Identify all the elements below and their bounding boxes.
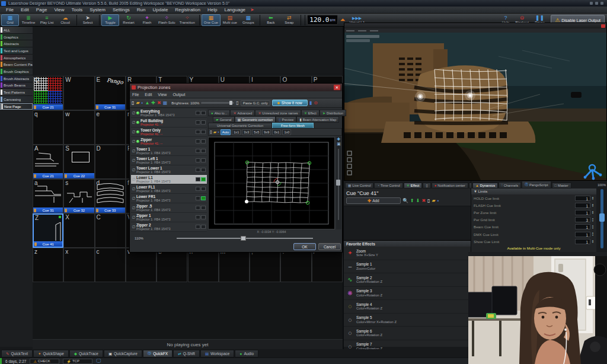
quick-tab-quickshape[interactable]: ✦QuickShape (33, 350, 69, 357)
dialog-title-bar[interactable]: Projection zones ✕ (130, 84, 342, 91)
viz-3d-scene[interactable] (344, 33, 606, 180)
zone-output-toggles[interactable] (196, 158, 206, 162)
mesh-btn-3x3[interactable]: 3x3 (242, 129, 251, 135)
toolbar-swap-button[interactable]: ⇄Swap (280, 14, 298, 26)
ok-button[interactable]: OK (293, 243, 316, 250)
zone-row-zipper[interactable]: ∅ZipperProjector 41: -- (131, 137, 207, 146)
quick-tab-quicktext[interactable]: ✎QuickText (1, 350, 33, 357)
move-down-icon[interactable]: ⬇ (416, 198, 420, 204)
limit-spinner[interactable]: 3▲▼ (575, 217, 594, 222)
favorite-effect-sample-2[interactable]: ∿Sample 2Color+Rotation Z (344, 273, 471, 287)
dialog-menu-file[interactable]: File (132, 92, 139, 97)
mesh-btn-0x1[interactable]: 0x1 (272, 129, 281, 135)
zone-output-toggles[interactable] (196, 177, 206, 181)
sidebar-item-brush-graphics[interactable]: Brush Graphics (0, 68, 33, 75)
mesh-add-icon[interactable]: ✚ (336, 137, 341, 142)
toolbar-restart-button[interactable]: ↻Restart (120, 14, 138, 26)
mesh-vertical-slider[interactable]: ✚ ▣ (336, 137, 341, 229)
cue-cell-C[interactable]: C (95, 213, 126, 248)
zone-mute-icon[interactable]: ∅ (131, 130, 136, 135)
favorite-effect-sample-1[interactable]: –Sample 1Zoom+Color (344, 260, 471, 274)
save-effect-icon[interactable]: ▪ (437, 198, 439, 204)
limit-spinner[interactable]: 1▲▼ (575, 239, 594, 244)
projector-icon[interactable]: ▮ (309, 100, 312, 106)
cue-cell-s[interactable]: Cue 32s (63, 179, 94, 213)
up-triangle-icon[interactable]: ▲ (145, 100, 149, 106)
sidebar-item-text-and-logos[interactable]: Text and Logos (0, 47, 33, 55)
fx-tab-live-control[interactable]: ▦Live Control (345, 183, 373, 189)
dyn-tab-dynamics[interactable]: ▲Dynamics (472, 183, 498, 189)
toolbar-transition-button[interactable]: ⁘Transition (178, 14, 197, 26)
favorite-effect-sample-6[interactable]: ◌Sample 6Color+Rotation Z (344, 327, 471, 340)
cue-cell-A[interactable]: Cue 21A (33, 145, 63, 179)
zone-output-toggles[interactable] (196, 206, 206, 210)
cue-cell-n[interactable]: n (188, 248, 219, 282)
limit-spinner[interactable]: 1▲▼ (575, 203, 594, 208)
sidebar-item-canvasing[interactable]: Canvasing (0, 96, 33, 103)
cue-cell-v[interactable]: v (126, 248, 156, 282)
zone-output-toggles[interactable] (196, 225, 206, 229)
dialog-close-icon[interactable]: ✕ (334, 85, 340, 90)
zone-output-toggles[interactable] (196, 120, 206, 124)
delete-zone-icon[interactable]: ✖ (157, 100, 161, 106)
bpm-display[interactable]: 120.0BPM (307, 15, 338, 25)
cancel-button[interactable]: Cancel (318, 243, 341, 250)
new-icon[interactable]: ▯ (132, 100, 134, 106)
toolbar-play-list-button[interactable]: ≡Play List (38, 14, 56, 26)
sidebar-item-brush-beams[interactable]: Brush Beams (0, 82, 33, 90)
menu-update[interactable]: Update (149, 7, 172, 12)
cue-cell-x[interactable]: x (63, 248, 94, 282)
limit-spinner[interactable]: 1▲▼ (575, 196, 594, 201)
search-icon[interactable]: 🔍 (402, 198, 408, 204)
toolbar-select-button[interactable]: ➤Select (79, 14, 97, 26)
toolbar-back-button[interactable]: ⬅Back (262, 14, 280, 26)
window-controls[interactable] (590, 2, 603, 5)
mesh-btn-auto[interactable]: Auto (221, 129, 231, 135)
master-fader-thumb[interactable] (599, 213, 605, 222)
mesh-zoom-slider[interactable] (177, 238, 313, 239)
new-mesh-icon[interactable]: ▯ (210, 129, 212, 135)
menu-file[interactable]: File (2, 7, 17, 12)
mesh-btn-1x0[interactable]: 1x0 (282, 129, 291, 135)
sidebar-item-abstracts[interactable]: Abstracts (0, 40, 33, 47)
menu-page[interactable]: Page (33, 7, 51, 12)
zone-row-zipper-5[interactable]: ∅Zipper .5Projector 1: FB4 15473 (131, 203, 207, 213)
fx-tab-time-control[interactable]: ◔Time Control (374, 183, 402, 189)
save-mesh-icon[interactable]: ▪ (218, 129, 219, 135)
zone-mute-icon[interactable]: ∅ (131, 177, 136, 182)
mesh-btn-5x5[interactable]: 5x5 (252, 129, 261, 135)
cue-cell-E[interactable]: PangoCue 31E (95, 76, 126, 110)
fx-tab-notification-center[interactable]: ●Notification center (432, 183, 468, 189)
cue-cell-b[interactable]: b (156, 248, 187, 282)
cue-cell-Q[interactable]: Cue 21Q (33, 76, 63, 110)
sidebar-item-test-patterns[interactable]: Test Patterns (0, 89, 33, 96)
zone-row-full-building[interactable]: ∅Full BuildingProjector 41: -- (131, 118, 207, 127)
fx-tab-page[interactable]: ▯ (423, 183, 430, 189)
monitor-icon[interactable]: 🖵 (96, 358, 101, 364)
laser-pointer-icon[interactable]: ➤ (250, 7, 254, 12)
mesh-canvas[interactable] (208, 137, 335, 229)
zone-row-lower-l1[interactable]: ∅Lower L1Projector 1: FB4 15473 (131, 175, 207, 184)
tab-geometric-correction[interactable]: ▦Geometric correction (235, 116, 276, 123)
cue-cell-/[interactable]: / (312, 248, 343, 282)
dialog-menu-output[interactable]: Output (172, 92, 185, 97)
remove-effect-icon[interactable]: ✖ (421, 198, 426, 204)
cue-cell-a[interactable]: Cue 31a (33, 179, 63, 213)
menu-language[interactable]: Language (221, 7, 249, 12)
add-effect-button[interactable]: ✚Add (346, 197, 401, 204)
toolbar-one-cue-button[interactable]: ▦One Cue (202, 14, 221, 26)
toolbar-grid-button[interactable]: ▦Grid (1, 14, 19, 26)
quick-tab-quickfx[interactable]: ⒹQuickFX (143, 350, 172, 357)
toolbar-timeline-button[interactable]: ≣Timeline (20, 14, 37, 26)
quick-tab-quicktrace[interactable]: ◆QuickTrace (69, 350, 103, 357)
zone-output-toggles[interactable] (196, 139, 206, 143)
zone-row-zipper-2[interactable]: ∅Zipper 2Projector 1: FB4 15473 (131, 222, 207, 232)
cue-cell-e[interactable]: e (95, 110, 126, 145)
zone-mute-icon[interactable]: ∅ (131, 139, 136, 144)
save-icon[interactable]: ▪ (142, 100, 143, 106)
zone-row-lower-fr1[interactable]: ∅Lower FR1Projector 1: FB4 15473 (131, 194, 207, 203)
tab-general[interactable]: ▰General (213, 116, 235, 123)
cue-cell-,[interactable]: , (250, 248, 280, 282)
limit-spinner[interactable]: 1▲▼ (575, 224, 594, 229)
menu-view[interactable]: View (50, 7, 68, 12)
